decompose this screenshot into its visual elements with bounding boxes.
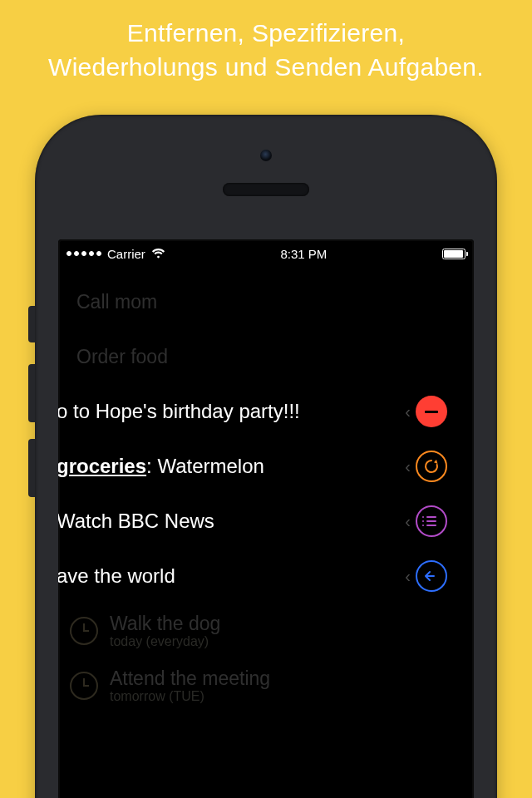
clock-icon	[70, 672, 98, 700]
repeat-button[interactable]	[416, 451, 447, 482]
task-row[interactable]: groceries: Watermelon ‹	[58, 439, 454, 494]
task-row-scheduled[interactable]: Attend the meeting tomorrow (TUE)	[58, 658, 474, 713]
task-row[interactable]: o to Hope's birthday party!!! ‹	[58, 384, 454, 439]
details-button[interactable]	[416, 505, 447, 537]
chevron-left-icon: ‹	[405, 402, 411, 421]
task-title: Call mom	[76, 291, 157, 313]
phone-frame: Carrier 8:31 PM Call mom Order food o to…	[35, 115, 497, 798]
row-actions: ‹	[405, 560, 447, 592]
task-row-dim[interactable]: Order food	[58, 329, 474, 384]
speaker-grille	[223, 183, 309, 196]
clock-icon	[70, 617, 98, 645]
chevron-left-icon: ‹	[405, 512, 411, 531]
task-title: Order food	[76, 346, 168, 368]
promo-line-2: Wiederholungs und Senden Aufgaben.	[48, 53, 484, 81]
task-subtitle: tomorrow (TUE)	[110, 689, 270, 704]
chevron-left-icon: ‹	[405, 457, 411, 476]
task-title: Attend the meeting	[110, 667, 270, 689]
task-subtitle: today (everyday)	[110, 634, 220, 649]
task-title: Watch BBC News	[58, 510, 214, 533]
task-row[interactable]: ave the world ‹	[58, 549, 454, 603]
wifi-icon	[151, 249, 165, 259]
status-right	[442, 249, 466, 259]
phone-screen: Carrier 8:31 PM Call mom Order food o to…	[58, 239, 474, 798]
row-actions: ‹	[405, 451, 447, 482]
row-actions: ‹	[405, 396, 447, 427]
task-prefix: groceries	[58, 455, 146, 477]
status-bar: Carrier 8:31 PM	[58, 239, 474, 268]
status-left: Carrier	[66, 247, 165, 261]
task-title: ave the world	[58, 564, 175, 588]
camera-dot	[260, 150, 272, 161]
carrier-label: Carrier	[107, 247, 145, 261]
row-actions: ‹	[405, 505, 447, 537]
task-row-scheduled[interactable]: Walk the dog today (everyday)	[58, 603, 474, 658]
task-row-dim[interactable]: Call mom	[58, 274, 474, 329]
task-title: o to Hope's birthday party!!!	[58, 400, 300, 423]
battery-icon	[442, 249, 466, 259]
signal-dots-icon	[66, 251, 101, 256]
task-row[interactable]: Watch BBC News ‹	[58, 494, 454, 549]
task-title: Walk the dog	[110, 613, 220, 634]
task-rest: : Watermelon	[146, 455, 264, 477]
promo-heading: Entfernen, Spezifizieren, Wiederholungs …	[0, 0, 532, 84]
delete-button[interactable]	[416, 396, 447, 427]
clock-label: 8:31 PM	[280, 247, 327, 261]
volume-button	[28, 439, 35, 497]
promo-line-1: Entfernen, Spezifizieren,	[127, 19, 405, 47]
send-button[interactable]	[416, 560, 447, 592]
chevron-left-icon: ‹	[405, 567, 411, 586]
task-list[interactable]: Call mom Order food o to Hope's birthday…	[58, 268, 474, 713]
